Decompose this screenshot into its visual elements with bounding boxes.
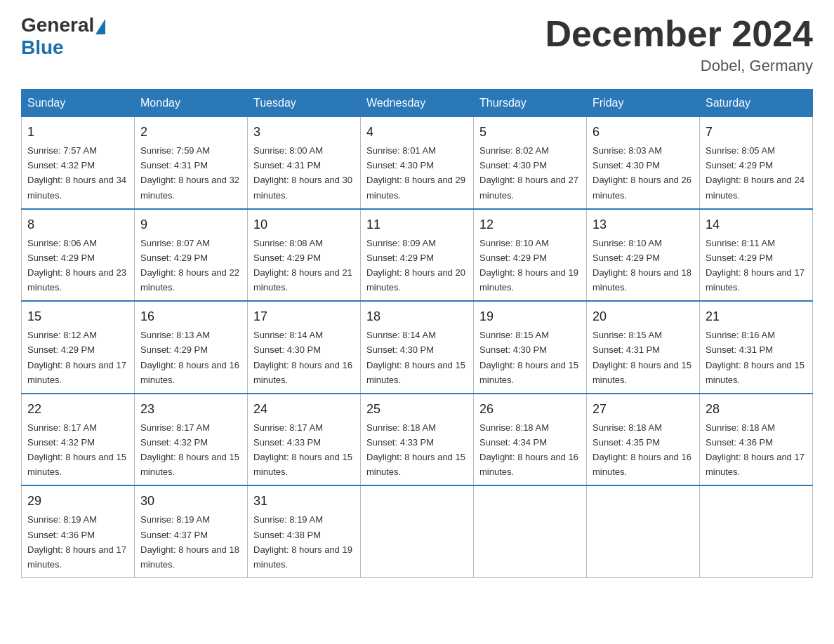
- day-info: Sunrise: 8:18 AMSunset: 4:33 PMDaylight:…: [366, 422, 465, 477]
- calendar-week-row: 15Sunrise: 8:12 AMSunset: 4:29 PMDayligh…: [22, 301, 813, 394]
- day-info: Sunrise: 8:07 AMSunset: 4:29 PMDaylight:…: [140, 238, 239, 293]
- day-number: 17: [253, 307, 355, 326]
- day-info: Sunrise: 8:19 AMSunset: 4:37 PMDaylight:…: [140, 514, 239, 569]
- day-info: Sunrise: 8:19 AMSunset: 4:36 PMDaylight:…: [27, 514, 126, 569]
- day-info: Sunrise: 8:02 AMSunset: 4:30 PMDaylight:…: [479, 145, 578, 200]
- calendar-cell: 31Sunrise: 8:19 AMSunset: 4:38 PMDayligh…: [248, 485, 361, 577]
- day-number: 20: [593, 307, 694, 326]
- calendar-cell: 20Sunrise: 8:15 AMSunset: 4:31 PMDayligh…: [587, 301, 700, 394]
- calendar-cell: 10Sunrise: 8:08 AMSunset: 4:29 PMDayligh…: [248, 209, 361, 302]
- day-number: 1: [27, 123, 128, 142]
- header-day-wednesday: Wednesday: [361, 90, 474, 117]
- calendar-cell: 16Sunrise: 8:13 AMSunset: 4:29 PMDayligh…: [135, 301, 248, 394]
- day-info: Sunrise: 8:08 AMSunset: 4:29 PMDaylight:…: [253, 238, 352, 293]
- day-info: Sunrise: 8:05 AMSunset: 4:29 PMDaylight:…: [706, 145, 805, 200]
- day-info: Sunrise: 8:11 AMSunset: 4:29 PMDaylight:…: [706, 238, 805, 293]
- calendar-cell: 9Sunrise: 8:07 AMSunset: 4:29 PMDaylight…: [135, 209, 248, 302]
- day-number: 31: [253, 492, 355, 511]
- calendar-cell: 4Sunrise: 8:01 AMSunset: 4:30 PMDaylight…: [361, 117, 474, 209]
- calendar-cell: 22Sunrise: 8:17 AMSunset: 4:32 PMDayligh…: [22, 394, 135, 486]
- logo-general: General: [21, 14, 94, 36]
- day-info: Sunrise: 8:00 AMSunset: 4:31 PMDaylight:…: [253, 145, 352, 200]
- day-info: Sunrise: 8:10 AMSunset: 4:29 PMDaylight:…: [479, 238, 578, 293]
- day-number: 16: [140, 307, 241, 326]
- logo-triangle-icon: [95, 19, 105, 34]
- calendar-cell: [700, 485, 813, 577]
- calendar-cell: 23Sunrise: 8:17 AMSunset: 4:32 PMDayligh…: [135, 394, 248, 486]
- day-number: 14: [706, 215, 807, 234]
- calendar-week-row: 8Sunrise: 8:06 AMSunset: 4:29 PMDaylight…: [22, 209, 813, 302]
- day-info: Sunrise: 8:17 AMSunset: 4:32 PMDaylight:…: [27, 422, 126, 477]
- calendar-cell: [587, 485, 700, 577]
- calendar-cell: 11Sunrise: 8:09 AMSunset: 4:29 PMDayligh…: [361, 209, 474, 302]
- calendar-cell: 19Sunrise: 8:15 AMSunset: 4:30 PMDayligh…: [474, 301, 587, 394]
- header-day-thursday: Thursday: [474, 90, 587, 117]
- calendar-cell: 24Sunrise: 8:17 AMSunset: 4:33 PMDayligh…: [248, 394, 361, 486]
- day-info: Sunrise: 8:14 AMSunset: 4:30 PMDaylight:…: [253, 330, 352, 384]
- title-block: December 2024 Dobel, Germany: [545, 14, 813, 75]
- day-number: 22: [27, 400, 128, 419]
- month-title: December 2024: [545, 14, 813, 54]
- calendar-cell: 28Sunrise: 8:18 AMSunset: 4:36 PMDayligh…: [700, 394, 813, 486]
- day-number: 18: [366, 307, 468, 326]
- calendar-cell: 3Sunrise: 8:00 AMSunset: 4:31 PMDaylight…: [248, 117, 361, 209]
- calendar-cell: 14Sunrise: 8:11 AMSunset: 4:29 PMDayligh…: [700, 209, 813, 302]
- calendar-cell: 27Sunrise: 8:18 AMSunset: 4:35 PMDayligh…: [587, 394, 700, 486]
- day-info: Sunrise: 8:19 AMSunset: 4:38 PMDaylight:…: [253, 514, 352, 569]
- day-number: 24: [253, 400, 355, 419]
- calendar-cell: 26Sunrise: 8:18 AMSunset: 4:34 PMDayligh…: [474, 394, 587, 486]
- calendar-cell: 6Sunrise: 8:03 AMSunset: 4:30 PMDaylight…: [587, 117, 700, 209]
- logo: General Blue: [21, 14, 105, 59]
- day-info: Sunrise: 8:18 AMSunset: 4:34 PMDaylight:…: [479, 422, 578, 477]
- calendar-cell: 21Sunrise: 8:16 AMSunset: 4:31 PMDayligh…: [700, 301, 813, 394]
- day-number: 2: [140, 123, 241, 142]
- calendar-cell: 1Sunrise: 7:57 AMSunset: 4:32 PMDaylight…: [22, 117, 135, 209]
- calendar-cell: 7Sunrise: 8:05 AMSunset: 4:29 PMDaylight…: [700, 117, 813, 209]
- calendar-cell: 5Sunrise: 8:02 AMSunset: 4:30 PMDaylight…: [474, 117, 587, 209]
- day-number: 21: [706, 307, 807, 326]
- page-header: General Blue December 2024 Dobel, German…: [21, 14, 813, 75]
- day-number: 10: [253, 215, 355, 234]
- calendar-cell: 30Sunrise: 8:19 AMSunset: 4:37 PMDayligh…: [135, 485, 248, 577]
- calendar-cell: [361, 485, 474, 577]
- day-info: Sunrise: 8:18 AMSunset: 4:35 PMDaylight:…: [593, 422, 691, 477]
- day-info: Sunrise: 7:57 AMSunset: 4:32 PMDaylight:…: [27, 145, 126, 200]
- header-day-monday: Monday: [135, 90, 248, 117]
- day-info: Sunrise: 8:13 AMSunset: 4:29 PMDaylight:…: [140, 330, 239, 384]
- day-number: 7: [706, 123, 807, 142]
- day-number: 26: [479, 400, 581, 419]
- day-number: 30: [140, 492, 241, 511]
- day-info: Sunrise: 8:09 AMSunset: 4:29 PMDaylight:…: [366, 238, 465, 293]
- day-info: Sunrise: 8:15 AMSunset: 4:30 PMDaylight:…: [479, 330, 578, 384]
- logo-blue: Blue: [21, 36, 105, 59]
- day-info: Sunrise: 8:17 AMSunset: 4:32 PMDaylight:…: [140, 422, 239, 477]
- calendar-header-row: SundayMondayTuesdayWednesdayThursdayFrid…: [22, 90, 813, 117]
- day-number: 19: [479, 307, 581, 326]
- calendar-cell: 2Sunrise: 7:59 AMSunset: 4:31 PMDaylight…: [135, 117, 248, 209]
- calendar-cell: 17Sunrise: 8:14 AMSunset: 4:30 PMDayligh…: [248, 301, 361, 394]
- day-number: 23: [140, 400, 241, 419]
- day-info: Sunrise: 8:10 AMSunset: 4:29 PMDaylight:…: [593, 238, 691, 293]
- day-info: Sunrise: 8:14 AMSunset: 4:30 PMDaylight:…: [366, 330, 465, 384]
- calendar-cell: 12Sunrise: 8:10 AMSunset: 4:29 PMDayligh…: [474, 209, 587, 302]
- day-number: 3: [253, 123, 355, 142]
- day-number: 25: [366, 400, 468, 419]
- day-number: 12: [479, 215, 581, 234]
- day-number: 29: [27, 492, 128, 511]
- day-info: Sunrise: 8:17 AMSunset: 4:33 PMDaylight:…: [253, 422, 352, 477]
- day-number: 11: [366, 215, 468, 234]
- day-info: Sunrise: 8:18 AMSunset: 4:36 PMDaylight:…: [706, 422, 805, 477]
- header-day-saturday: Saturday: [700, 90, 813, 117]
- day-number: 5: [479, 123, 581, 142]
- calendar-cell: 13Sunrise: 8:10 AMSunset: 4:29 PMDayligh…: [587, 209, 700, 302]
- location-title: Dobel, Germany: [545, 57, 813, 75]
- day-number: 27: [593, 400, 694, 419]
- header-day-friday: Friday: [587, 90, 700, 117]
- day-number: 6: [593, 123, 694, 142]
- header-day-tuesday: Tuesday: [248, 90, 361, 117]
- day-number: 4: [366, 123, 468, 142]
- calendar-week-row: 1Sunrise: 7:57 AMSunset: 4:32 PMDaylight…: [22, 117, 813, 209]
- calendar-cell: 8Sunrise: 8:06 AMSunset: 4:29 PMDaylight…: [22, 209, 135, 302]
- day-info: Sunrise: 7:59 AMSunset: 4:31 PMDaylight:…: [140, 145, 239, 200]
- day-number: 15: [27, 307, 128, 326]
